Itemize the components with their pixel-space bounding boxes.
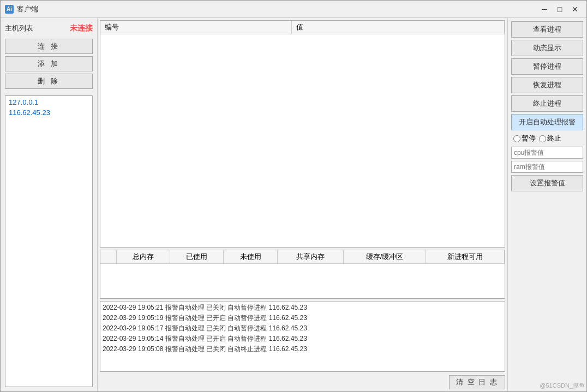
log-area[interactable]: 2022-03-29 19:05:21 报警自动处理 已关闭 自动暂停进程 11…: [100, 301, 505, 372]
sidebar: 主机列表 未连接 连 接 添 加 删 除 127.0.0.1 116.62.45…: [1, 18, 98, 391]
minimize-button[interactable]: ─: [537, 3, 552, 16]
maximize-button[interactable]: □: [553, 3, 567, 16]
connection-status: 未连接: [70, 23, 93, 33]
set-alert-button[interactable]: 设置报警值: [511, 175, 583, 191]
radio-terminate-text: 终止: [547, 134, 561, 143]
main-window: Ai 客户端 ─ □ ✕ 主机列表 未连接 连 接 添 加 删 除 127.0.…: [0, 0, 587, 392]
app-icon-label: Ai: [7, 6, 12, 12]
log-entry: 2022-03-29 19:05:21 报警自动处理 已关闭 自动暂停进程 11…: [103, 303, 502, 313]
log-footer: 清 空 日 志: [98, 374, 507, 391]
connect-button[interactable]: 连 接: [5, 39, 93, 54]
right-panel: 查看进程 动态显示 暂停进程 恢复进程 终止进程 开启自动处理报警 暂停 终止 …: [507, 18, 586, 391]
pause-process-button[interactable]: 暂停进程: [511, 58, 583, 75]
center-area: 编号 值 总内存已使用未使用共享内存缓存/缓冲区新进程可用: [98, 18, 507, 391]
memory-table-container: 总内存已使用未使用共享内存缓存/缓冲区新进程可用: [100, 250, 505, 299]
memory-col-header: [100, 250, 116, 264]
view-process-button[interactable]: 查看进程: [511, 21, 583, 38]
resume-process-button[interactable]: 恢复进程: [511, 77, 583, 93]
delete-button[interactable]: 删 除: [5, 74, 93, 89]
sidebar-title: 主机列表: [5, 23, 33, 33]
terminate-process-button[interactable]: 终止进程: [511, 95, 583, 112]
memory-col-header: 共享内存: [277, 250, 343, 264]
log-entry: 2022-03-29 19:05:17 报警自动处理 已关闭 自动暂停进程 11…: [103, 323, 502, 334]
memory-col-header: 缓存/缓冲区: [344, 250, 426, 264]
auto-alert-button[interactable]: 开启自动处理报警: [511, 114, 583, 130]
memory-col-header: 新进程可用: [426, 250, 504, 264]
host-item[interactable]: 127.0.0.1: [7, 97, 91, 107]
radio-pause-text: 暂停: [522, 134, 536, 143]
ram-alert-input[interactable]: [511, 161, 583, 173]
cpu-alert-input[interactable]: [511, 147, 583, 159]
process-table: 编号 值: [100, 21, 505, 34]
alert-action-radio-group: 暂停 终止: [511, 132, 583, 144]
memory-col-header: 总内存: [116, 250, 170, 264]
watermark: @51CSDN_摸鱼: [540, 382, 585, 390]
log-entry: 2022-03-29 19:05:19 报警自动处理 已开启 自动暂停进程 11…: [103, 313, 502, 323]
log-entry: 2022-03-29 19:05:08 报警自动处理 已关闭 自动终止进程 11…: [103, 344, 502, 354]
memory-col-header: 未使用: [224, 250, 277, 264]
col-value: 值: [291, 21, 505, 34]
memory-table: 总内存已使用未使用共享内存缓存/缓冲区新进程可用: [100, 250, 505, 264]
app-icon: Ai: [5, 5, 14, 14]
log-entry: 2022-03-29 19:05:14 报警自动处理 已开启 自动暂停进程 11…: [103, 334, 502, 344]
host-item[interactable]: 116.62.45.23: [7, 107, 91, 118]
host-list: 127.0.0.1 116.62.45.23: [5, 95, 93, 387]
window-title: 客户端: [17, 4, 537, 14]
dynamic-display-button[interactable]: 动态显示: [511, 40, 583, 56]
close-button[interactable]: ✕: [568, 3, 582, 16]
clear-log-button[interactable]: 清 空 日 志: [449, 375, 505, 389]
process-table-container[interactable]: 编号 值: [100, 20, 505, 248]
main-content: 主机列表 未连接 连 接 添 加 删 除 127.0.0.1 116.62.45…: [1, 18, 586, 391]
col-number: 编号: [100, 21, 291, 34]
memory-col-header: 已使用: [170, 250, 223, 264]
sidebar-header: 主机列表 未连接: [5, 22, 93, 37]
radio-pause-label[interactable]: 暂停: [513, 134, 536, 143]
radio-pause[interactable]: [513, 135, 520, 142]
window-controls: ─ □ ✕: [537, 3, 582, 16]
add-button[interactable]: 添 加: [5, 56, 93, 71]
radio-terminate-label[interactable]: 终止: [539, 134, 561, 143]
title-bar: Ai 客户端 ─ □ ✕: [1, 1, 586, 18]
radio-terminate[interactable]: [539, 135, 546, 142]
